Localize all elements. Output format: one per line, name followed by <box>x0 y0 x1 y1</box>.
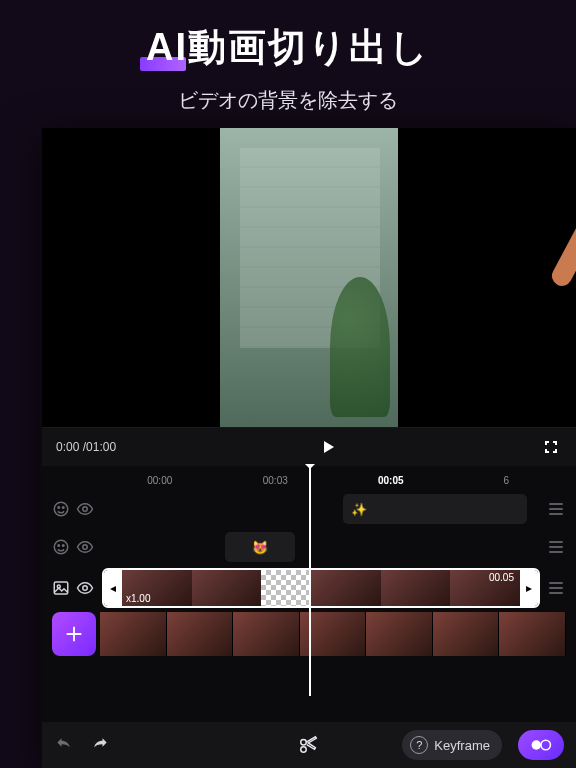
keyframe-button[interactable]: ? Keyframe <box>402 730 502 760</box>
svg-point-1 <box>58 507 60 509</box>
clip-main-video[interactable]: ◂ ▸ x1.00 00.05 <box>102 568 540 608</box>
image-icon[interactable] <box>52 579 70 597</box>
emoji-icon[interactable] <box>52 500 70 518</box>
clip-sparkle[interactable]: ✨ <box>343 494 527 524</box>
filmstrip <box>52 612 566 656</box>
filmstrip-frame[interactable] <box>300 612 367 656</box>
scissors-icon <box>298 734 320 756</box>
play-button[interactable] <box>317 436 339 458</box>
svg-point-2 <box>63 507 65 509</box>
mask-toggle-button[interactable] <box>518 730 564 760</box>
svg-point-10 <box>83 586 88 591</box>
ruler-tick-active: 00:05 <box>333 475 449 486</box>
help-icon: ? <box>410 736 428 754</box>
page-subtitle: ビデオの背景を除去する <box>0 87 576 114</box>
preview-removed-bg <box>42 128 220 427</box>
ruler-tick: 6 <box>449 475 565 486</box>
filmstrip-frame[interactable] <box>100 612 167 656</box>
cut-button[interactable] <box>298 734 320 756</box>
eye-icon[interactable] <box>76 538 94 556</box>
drag-handle-icon[interactable] <box>546 532 566 562</box>
preview-area[interactable] <box>42 128 576 428</box>
track-controls <box>52 500 96 518</box>
track-row-sticker-2: 😻 <box>42 528 576 566</box>
fullscreen-button[interactable] <box>540 436 562 458</box>
time-ruler[interactable]: 00:00 00:03 00:05 6 <box>42 466 576 490</box>
trim-right-handle[interactable]: ▸ <box>520 570 538 606</box>
emoji-icon[interactable] <box>52 538 70 556</box>
svg-point-6 <box>63 545 65 547</box>
svg-point-12 <box>541 740 550 749</box>
transparent-segment <box>261 570 311 606</box>
filmstrip-frame[interactable] <box>433 612 500 656</box>
svg-point-4 <box>54 540 68 554</box>
svg-point-3 <box>83 507 88 512</box>
svg-point-7 <box>83 545 88 550</box>
eye-icon[interactable] <box>76 579 94 597</box>
track-row-sticker-1: ✨ <box>42 490 576 528</box>
track-controls <box>52 538 96 556</box>
drag-handle-icon[interactable] <box>546 573 566 603</box>
undo-button[interactable] <box>54 735 74 755</box>
clip-end-time: 00.05 <box>489 572 514 583</box>
track-controls <box>52 579 96 597</box>
filmstrip-frame[interactable] <box>233 612 300 656</box>
plus-icon <box>63 623 85 645</box>
filmstrip-frame[interactable] <box>499 612 566 656</box>
filmstrip-frame[interactable] <box>167 612 234 656</box>
redo-button[interactable] <box>90 735 110 755</box>
video-editor-panel: 0:00 /01:00 00:00 00:03 00:05 6 <box>42 128 576 768</box>
clip-emoji: 😻 <box>252 540 268 555</box>
timecode: 0:00 /01:00 <box>56 440 116 454</box>
bottom-toolbar: ? Keyframe <box>42 722 576 768</box>
trim-left-handle[interactable]: ◂ <box>104 570 122 606</box>
play-icon <box>320 439 336 455</box>
fullscreen-icon <box>543 439 559 455</box>
clip-emoji: ✨ <box>351 502 367 517</box>
preview-original-bg <box>220 128 398 427</box>
mask-icon <box>530 737 552 753</box>
clip-speed-label: x1.00 <box>126 593 150 604</box>
svg-point-5 <box>58 545 60 547</box>
page-title: AI動画切り出し <box>146 22 430 73</box>
svg-point-0 <box>54 502 68 516</box>
add-media-button[interactable] <box>52 612 96 656</box>
svg-point-11 <box>532 740 541 749</box>
svg-rect-8 <box>54 582 68 594</box>
redo-icon <box>90 735 110 755</box>
timeline-tracks: 00:00 00:03 00:05 6 ✨ <box>42 466 576 660</box>
keyframe-label: Keyframe <box>434 738 490 753</box>
eye-icon[interactable] <box>76 500 94 518</box>
clip-hearteyes[interactable]: 😻 <box>225 532 295 562</box>
undo-icon <box>54 735 74 755</box>
drag-handle-icon[interactable] <box>546 494 566 524</box>
preview-subject <box>540 128 576 408</box>
filmstrip-frame[interactable] <box>366 612 433 656</box>
ruler-tick: 00:00 <box>102 475 218 486</box>
ruler-tick: 00:03 <box>218 475 334 486</box>
transport-bar: 0:00 /01:00 <box>42 428 576 466</box>
track-row-video: ◂ ▸ x1.00 00.05 <box>42 566 576 610</box>
